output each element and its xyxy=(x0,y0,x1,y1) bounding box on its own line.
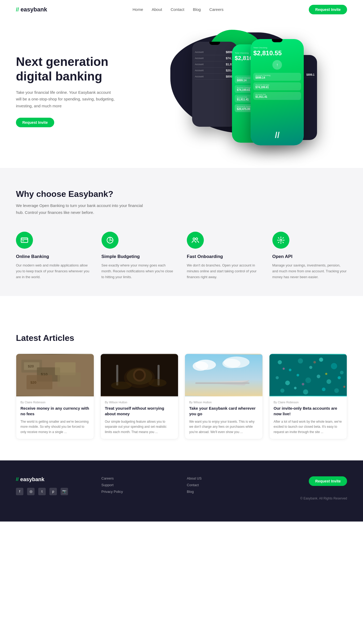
feature-fast-onboarding: Fast Onboarding We don't do branches. Op… xyxy=(187,232,262,280)
social-pinterest[interactable]: p xyxy=(49,488,57,495)
phone-back-dark: Account $899.1 Account $74.19 Account $1… xyxy=(192,42,237,127)
p4-card-2: Account Savings $74,199.61 xyxy=(253,82,301,90)
features-grid: Online Banking Our modern web and mobile… xyxy=(16,232,347,280)
article-excerpt-4: After a lot of hard work by the whole te… xyxy=(274,419,343,435)
article-img-1: $20 $10 $20 xyxy=(16,354,94,396)
svg-rect-0 xyxy=(21,238,28,243)
budgeting-icon: $ xyxy=(102,232,119,249)
why-section: Why choose Easybank? We leverage Open Ba… xyxy=(0,168,363,296)
social-youtube[interactable]: ◎ xyxy=(27,488,35,495)
travel-image xyxy=(185,354,263,396)
feature-title-1: Online Banking xyxy=(16,254,91,259)
svg-point-46 xyxy=(305,378,311,383)
footer-link-about[interactable]: About US xyxy=(187,476,262,480)
svg-point-8 xyxy=(196,238,198,240)
svg-point-49 xyxy=(337,376,341,379)
svg-point-47 xyxy=(316,375,320,378)
phone-row-3: Account $1,911 xyxy=(195,61,235,67)
svg-point-59 xyxy=(343,386,345,388)
article-author-2: By Wilson Hutton xyxy=(105,401,174,404)
svg-point-42 xyxy=(340,371,344,375)
svg-point-54 xyxy=(334,388,339,393)
footer-col-3: About US Contact Blog xyxy=(187,476,262,500)
phone-row-1: Account $899.1 xyxy=(195,49,235,55)
nav-home[interactable]: Home xyxy=(133,7,143,12)
hero-content: Next generation digital banking Take you… xyxy=(16,54,165,128)
why-description: We leverage Open Banking to turn your ba… xyxy=(16,202,143,216)
footer-link-privacy[interactable]: Privacy Policy xyxy=(102,490,176,494)
footer-link-blog[interactable]: Blog xyxy=(187,490,262,494)
svg-rect-34 xyxy=(195,382,250,384)
phone4-btn[interactable]: ↑ xyxy=(272,60,282,70)
phone-dark-screen-1: Account $899.1 Account $74.19 Account $1… xyxy=(192,47,237,82)
celebration-image xyxy=(269,354,347,396)
phone-val-4: Account xyxy=(195,69,204,72)
logo[interactable]: // easybank xyxy=(16,6,47,13)
article-card-3[interactable]: By Wilson Hutton Take your Easybank card… xyxy=(185,354,263,439)
phone-notch-1 xyxy=(209,42,220,45)
feature-desc-3: We don't do branches. Open your account … xyxy=(187,262,262,280)
phone4-balance: $2,810.55 xyxy=(253,49,301,57)
footer-link-contact[interactable]: Contact xyxy=(187,483,262,487)
logo-icon: // xyxy=(16,7,19,13)
article-body-3: By Wilson Hutton Take your Easybank card… xyxy=(185,396,263,439)
article-img-4 xyxy=(269,354,347,396)
hero-cta-button[interactable]: Request Invite xyxy=(16,118,54,127)
svg-point-38 xyxy=(298,358,303,363)
article-card-1[interactable]: $20 $10 $20 By Claire Robinson Receive m… xyxy=(16,354,94,439)
articles-grid: $20 $10 $20 By Claire Robinson Receive m… xyxy=(16,354,347,439)
article-img-2 xyxy=(101,354,178,396)
gear-icon xyxy=(277,236,285,244)
footer-brand-col: // easybank f ◎ t p 📷 xyxy=(16,476,91,500)
svg-point-50 xyxy=(280,389,284,393)
footer-copyright: © Easybank. All Rights Reserved xyxy=(300,497,347,500)
svg-text:$20: $20 xyxy=(30,380,36,384)
nav-links: Home About Contact Blog Careers xyxy=(133,7,223,12)
svg-point-7 xyxy=(193,238,195,240)
nav-cta-button[interactable]: Request Invite xyxy=(309,5,347,14)
svg-point-55 xyxy=(282,368,285,370)
social-facebook[interactable]: f xyxy=(16,488,23,495)
phone-val-5: Account xyxy=(195,75,204,78)
phone-row-2: Account $74.19 xyxy=(195,55,235,61)
phone-screen-4: Total Checking $2,810.55 ↑ Account Check… xyxy=(251,44,304,104)
social-twitter[interactable]: t xyxy=(38,488,46,495)
article-title-2: Treat yourself without worrying about mo… xyxy=(105,405,174,417)
p4-card-1: Account Checking $899.14 xyxy=(253,73,301,81)
svg-point-45 xyxy=(297,374,299,376)
svg-point-53 xyxy=(322,388,326,391)
nav-about[interactable]: About xyxy=(152,7,162,12)
feature-title-2: Simple Budgeting xyxy=(102,254,176,259)
footer-link-careers[interactable]: Careers xyxy=(102,476,176,480)
phone4-logo: // xyxy=(251,130,304,140)
svg-point-33 xyxy=(222,359,240,368)
article-card-4[interactable]: By Claire Robinson Our invite-only Beta … xyxy=(269,354,347,439)
article-title-3: Take your Easybank card wherever you go xyxy=(189,405,258,417)
social-icons: f ◎ t p 📷 xyxy=(16,488,91,495)
phone-val-2: Account xyxy=(195,57,204,60)
why-heading: Why choose Easybank? xyxy=(16,189,347,199)
feature-desc-1: Our modern web and mobile applications a… xyxy=(16,262,91,280)
navbar: // easybank Home About Contact Blog Care… xyxy=(0,0,363,19)
article-body-1: By Claire Robinson Receive money in any … xyxy=(16,396,94,439)
feature-title-4: Open API xyxy=(272,254,347,259)
footer-col-2: Careers Support Privacy Policy xyxy=(102,476,176,500)
nav-careers[interactable]: Careers xyxy=(209,7,223,12)
api-icon xyxy=(272,232,289,249)
brand-name: easybank xyxy=(20,6,47,13)
article-body-2: By Wilson Hutton Treat yourself without … xyxy=(101,396,178,439)
footer-cta-button[interactable]: Request Invite xyxy=(309,476,347,486)
svg-point-36 xyxy=(278,360,282,365)
social-instagram[interactable]: 📷 xyxy=(61,488,68,495)
footer-link-support[interactable]: Support xyxy=(102,483,176,487)
svg-point-57 xyxy=(325,373,327,375)
svg-point-40 xyxy=(319,358,323,362)
svg-rect-29 xyxy=(185,355,263,396)
article-excerpt-3: We want you to enjoy your travels. This … xyxy=(189,419,258,435)
nav-blog[interactable]: Blog xyxy=(193,7,201,12)
nav-contact[interactable]: Contact xyxy=(171,7,184,12)
svg-point-26 xyxy=(135,371,144,380)
article-card-2[interactable]: By Wilson Hutton Treat yourself without … xyxy=(100,354,179,439)
feature-open-api: Open API Manage your savings, investment… xyxy=(272,232,347,280)
svg-point-28 xyxy=(148,379,166,387)
